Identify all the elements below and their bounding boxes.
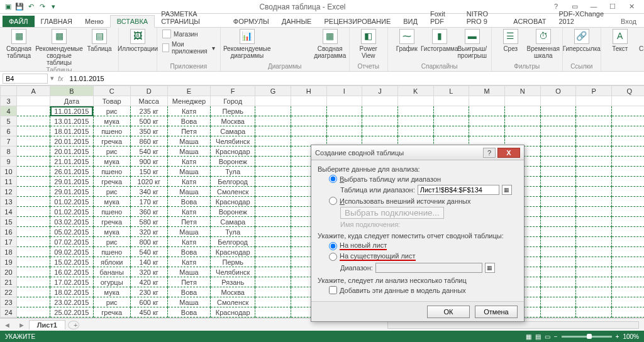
radio-external-source[interactable] <box>329 197 337 205</box>
data-cell[interactable]: Маша <box>167 167 211 177</box>
row-header[interactable]: 23 <box>1 297 17 307</box>
bar-chart-icon[interactable] <box>272 29 284 38</box>
data-cell[interactable]: Самара <box>211 217 255 227</box>
row-header[interactable]: 13 <box>1 197 17 207</box>
dialog-help-button[interactable]: ? <box>483 148 496 158</box>
other-chart-icon[interactable] <box>300 39 311 48</box>
data-cell[interactable]: пшено <box>93 207 130 217</box>
data-cell[interactable]: Челябинск <box>211 267 255 277</box>
cancel-button[interactable]: Отмена <box>475 306 518 318</box>
row-header[interactable]: 8 <box>1 146 17 157</box>
data-cell[interactable]: 01.02.2015 <box>50 197 94 207</box>
data-cell[interactable]: Петя <box>167 217 211 227</box>
tab-insert[interactable]: ВСТАВКА <box>110 15 155 28</box>
close-button[interactable]: ✕ <box>624 3 639 11</box>
redo-icon[interactable]: ↷ <box>38 3 47 11</box>
data-cell[interactable]: Краснодар <box>211 247 255 257</box>
data-cell[interactable]: 450 кг <box>130 307 167 317</box>
data-cell[interactable]: 1020 кг <box>130 177 167 187</box>
myapps-button[interactable]: Мои приложения ▾ <box>161 40 216 55</box>
data-cell[interactable]: Рязань <box>211 277 255 287</box>
data-cell[interactable]: Пермь <box>211 106 255 116</box>
data-cell[interactable]: Маша <box>167 136 211 146</box>
data-cell[interactable]: гречка <box>93 307 130 317</box>
data-cell[interactable]: огурцы <box>93 277 130 287</box>
row-header[interactable]: 16 <box>1 227 17 237</box>
data-cell[interactable]: Маша <box>167 187 211 197</box>
data-cell[interactable]: Вова <box>167 116 211 126</box>
data-cell[interactable]: Самара <box>211 126 255 136</box>
data-cell[interactable]: пшено <box>93 167 130 177</box>
sparkline-col-button[interactable]: ▮Гистограмма <box>425 29 455 52</box>
data-cell[interactable]: 15.02.2015 <box>50 257 94 267</box>
row-header[interactable]: 24 <box>1 307 17 317</box>
symbols-button[interactable]: ΩСимволы <box>638 29 644 52</box>
data-cell[interactable]: Катя <box>167 207 211 217</box>
pie-chart-icon[interactable] <box>300 29 311 38</box>
sparkline-line-button[interactable]: ⁓График <box>392 29 422 52</box>
data-cell[interactable]: 320 кг <box>130 267 167 277</box>
data-cell[interactable]: 150 кг <box>130 167 167 177</box>
row-header[interactable]: 7 <box>1 136 17 146</box>
data-cell[interactable]: 340 кг <box>130 187 167 197</box>
data-cell[interactable]: Краснодар <box>211 197 255 207</box>
data-cell[interactable]: 420 кг <box>130 277 167 287</box>
view-layout-icon[interactable]: ▤ <box>535 333 541 340</box>
table-header-cell[interactable]: Масса <box>130 96 167 106</box>
tab-data[interactable]: ДАННЫЕ <box>275 16 318 27</box>
data-cell[interactable]: 13.01.2015 <box>50 116 94 126</box>
data-cell[interactable]: Вова <box>167 307 211 317</box>
text-button[interactable]: AТекст <box>605 29 635 52</box>
data-cell[interactable]: пшено <box>93 247 130 257</box>
data-cell[interactable]: Маша <box>167 227 211 237</box>
tab-pagelayout[interactable]: РАЗМЕТКА СТРАНИЦЫ <box>155 8 227 27</box>
row-header[interactable]: 5 <box>1 116 17 126</box>
slicer-button[interactable]: ☰Срез <box>496 29 526 52</box>
recommended-charts-button[interactable]: 📊Рекомендуемые диаграммы <box>225 29 270 59</box>
data-cell[interactable]: Катя <box>167 177 211 187</box>
illustrations-button[interactable]: 🖼Иллюстрации <box>123 29 153 52</box>
data-cell[interactable]: 360 кг <box>130 207 167 217</box>
ok-button[interactable]: ОК <box>427 306 470 318</box>
data-cell[interactable]: Воронеж <box>211 207 255 217</box>
data-cell[interactable]: яблоки <box>93 257 130 267</box>
data-cell[interactable]: Белгород <box>211 177 255 187</box>
radio-new-sheet[interactable] <box>329 242 337 250</box>
data-cell[interactable]: мука <box>93 227 130 237</box>
chart-types[interactable] <box>272 29 313 48</box>
data-cell[interactable]: Смоленск <box>211 297 255 307</box>
data-cell[interactable]: Катя <box>167 106 211 116</box>
zoom-level[interactable]: 100% <box>623 333 639 340</box>
table-header-cell[interactable]: Товар <box>93 96 130 106</box>
data-cell[interactable]: 29.01.2015 <box>50 187 94 197</box>
col-header[interactable]: P <box>576 86 612 96</box>
data-cell[interactable]: 20.01.2015 <box>50 136 94 146</box>
data-cell[interactable]: гречка <box>93 217 130 227</box>
col-header[interactable]: N <box>504 86 540 96</box>
table-header-cell[interactable]: Менеджер <box>167 96 211 106</box>
data-cell[interactable]: Катя <box>167 257 211 267</box>
data-cell[interactable]: Маша <box>167 267 211 277</box>
data-cell[interactable]: Тула <box>211 167 255 177</box>
col-header[interactable]: K <box>397 86 433 96</box>
data-cell[interactable]: Краснодар <box>211 146 255 157</box>
data-cell[interactable]: рис <box>93 187 130 197</box>
tab-acrobat[interactable]: ACROBAT <box>507 16 552 27</box>
data-cell[interactable]: 17.02.2015 <box>50 277 94 287</box>
sheet-nav-next-icon[interactable]: ► <box>14 321 29 329</box>
data-cell[interactable]: Катя <box>167 157 211 167</box>
data-cell[interactable]: 540 кг <box>130 247 167 257</box>
col-header[interactable]: O <box>540 86 576 96</box>
data-cell[interactable]: огурцы <box>93 317 130 319</box>
data-cell[interactable]: рис <box>93 237 130 247</box>
col-header[interactable]: B <box>50 86 94 96</box>
data-cell[interactable]: 600 кг <box>130 297 167 307</box>
data-cell[interactable]: Москва <box>211 287 255 297</box>
data-cell[interactable]: Москва <box>211 116 255 126</box>
line-chart-icon[interactable] <box>286 29 297 38</box>
data-cell[interactable]: мука <box>93 157 130 167</box>
tab-nitro[interactable]: NITRO PRO 9 <box>460 8 507 27</box>
data-cell[interactable]: 11.01.2015 <box>50 106 94 116</box>
table-header-cell[interactable]: Город <box>211 96 255 106</box>
sheet-nav-prev-icon[interactable]: ◄ <box>0 321 14 329</box>
